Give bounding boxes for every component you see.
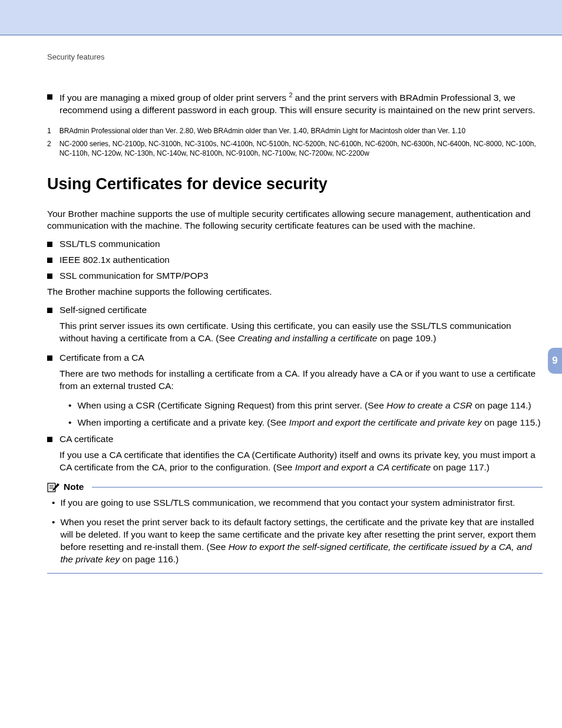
- square-bullet-icon: [47, 274, 52, 279]
- cross-ref[interactable]: Import and export a CA certificate: [295, 462, 431, 472]
- paragraph-2: The Brother machine supports the followi…: [47, 286, 543, 298]
- feature-ssl-tls: SSL/TLS communication: [47, 238, 543, 251]
- note-pencil-icon: [47, 482, 60, 493]
- cross-ref[interactable]: Import and export the certificate and pr…: [289, 417, 481, 427]
- cert-from-ca-body: There are two methods for installing a c…: [59, 368, 543, 393]
- cross-ref[interactable]: Creating and installing a certificate: [237, 333, 377, 343]
- cert-self-signed-body: This print server issues its own certifi…: [59, 320, 543, 345]
- chapter-tab[interactable]: 9: [548, 348, 562, 374]
- note-rule: [92, 487, 543, 487]
- text: When importing a certificate and a priva…: [77, 417, 289, 427]
- footnote-1-sup: 1: [47, 126, 51, 136]
- header-band: [0, 0, 562, 35]
- dot-bullet-icon: •: [52, 516, 55, 566]
- dot-bullet-icon: •: [52, 497, 55, 509]
- note-item-1: • If you are going to use SSL/TLS commun…: [52, 497, 543, 509]
- feature-ieee: IEEE 802.1x authentication: [47, 254, 543, 266]
- square-bullet-icon: [47, 308, 52, 313]
- footnote-block: 1 BRAdmin Professional older than Ver. 2…: [47, 126, 543, 159]
- square-bullet-icon: [47, 437, 52, 442]
- text: on page 117.): [431, 462, 490, 472]
- feature-text: IEEE 802.1x authentication: [59, 254, 543, 266]
- note-item-2: • When you reset the print server back t…: [52, 516, 543, 566]
- feature-text: SSL/TLS communication: [59, 238, 543, 251]
- note-label: Note: [64, 481, 84, 493]
- square-bullet-icon: [47, 94, 52, 100]
- text: When using a CSR (Certificate Signing Re…: [77, 400, 531, 412]
- footnote-2-text: NC-2000 series, NC-2100p, NC-3100h, NC-3…: [59, 139, 543, 158]
- page-content: Security features If you are managing a …: [0, 52, 562, 574]
- square-bullet-icon: [47, 258, 52, 263]
- dot-bullet-icon: •: [68, 400, 71, 412]
- square-bullet-icon: [47, 355, 52, 361]
- note-heading: Note: [47, 481, 543, 493]
- cert-from-ca: Certificate from a CA: [47, 352, 543, 364]
- text: on page 115.): [482, 417, 541, 427]
- cross-ref[interactable]: How to create a CSR: [386, 400, 472, 410]
- intro-bullet-text: If you are managing a mixed group of old…: [59, 91, 543, 117]
- section-heading: Using Certificates for device security: [47, 173, 543, 195]
- cert-ca-certificate-body: If you use a CA certificate that identif…: [59, 449, 543, 474]
- cert-title: Self-signed certificate: [59, 304, 543, 317]
- dot-bullet-icon: •: [68, 417, 71, 429]
- cert-title: CA certificate: [59, 433, 543, 446]
- note-end-rule: [47, 573, 543, 574]
- text: on page 109.): [377, 333, 436, 343]
- footnote-1: 1 BRAdmin Professional older than Ver. 2…: [47, 126, 543, 136]
- ca-sub-import: • When importing a certificate and a pri…: [68, 417, 543, 429]
- note-text: When you reset the print server back to …: [60, 516, 543, 566]
- cert-title: Certificate from a CA: [59, 352, 543, 364]
- text: on page 114.): [472, 400, 531, 410]
- intro-bullet: If you are managing a mixed group of old…: [47, 91, 543, 117]
- ca-sub-csr: • When using a CSR (Certificate Signing …: [68, 400, 543, 412]
- cert-self-signed: Self-signed certificate: [47, 304, 543, 317]
- footnote-1-text: BRAdmin Professional older than Ver. 2.8…: [59, 126, 466, 136]
- feature-smtp: SSL communication for SMTP/POP3: [47, 270, 543, 282]
- square-bullet-icon: [47, 242, 52, 247]
- feature-text: SSL communication for SMTP/POP3: [59, 270, 543, 282]
- text: When importing a certificate and a priva…: [77, 417, 540, 429]
- running-header: Security features: [47, 52, 543, 62]
- svg-rect-0: [48, 483, 55, 491]
- footnote-2: 2 NC-2000 series, NC-2100p, NC-3100h, NC…: [47, 139, 543, 158]
- intro-text-a: If you are managing a mixed group of old…: [59, 93, 289, 103]
- cert-ca-certificate: CA certificate: [47, 433, 543, 446]
- footnote-2-sup: 2: [47, 139, 51, 158]
- text: When using a CSR (Certificate Signing Re…: [77, 400, 386, 410]
- note-text: If you are going to use SSL/TLS communic…: [60, 497, 515, 509]
- paragraph-1: Your Brother machine supports the use of…: [47, 208, 543, 233]
- text: on page 116.): [120, 554, 178, 564]
